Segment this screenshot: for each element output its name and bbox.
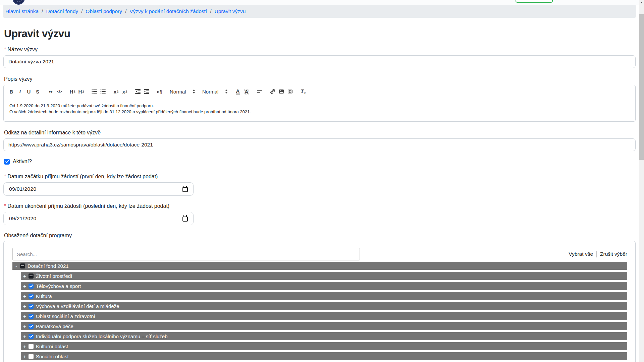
app-logo-icon[interactable] (12, 0, 25, 5)
video-icon[interactable] (286, 87, 294, 96)
field-popis: Popis výzvy BIUS”</>H1H2x2x2▸¶NormalNorm… (3, 76, 636, 122)
tree-checkbox-unchecked[interactable] (29, 354, 34, 359)
tree-item-label: Životní prostředí (36, 273, 72, 279)
rich-text-editor: BIUS”</>H1H2x2x2▸¶NormalNormalAATx Od 1.… (3, 85, 636, 122)
tree-expander[interactable]: + (23, 274, 26, 279)
blockquote-icon[interactable]: ” (46, 87, 55, 96)
datum-zacatku-value: 09/01/2020 (9, 186, 37, 192)
tree-checkbox-checked[interactable] (29, 284, 34, 289)
tree-checkbox-checked[interactable] (29, 334, 34, 339)
toolbar-group: ▸¶ (155, 87, 164, 96)
tree-bulk-actions: Vybrat vše Zrušit výběr (569, 251, 627, 257)
link-icon[interactable] (268, 87, 277, 96)
calendar-icon[interactable] (182, 217, 188, 222)
breadcrumb-separator: / (125, 8, 126, 14)
header-2-icon[interactable]: H2 (77, 87, 86, 96)
code-icon[interactable]: </> (55, 87, 64, 96)
odkaz-input[interactable] (3, 138, 636, 151)
tree-widget-header: Vybrat vše Zrušit výběr (12, 248, 627, 260)
bold-icon[interactable]: B (7, 87, 16, 96)
tree-expander[interactable]: + (23, 324, 26, 329)
tree-expander[interactable]: + (23, 314, 26, 319)
navbar-action-button[interactable] (516, 0, 553, 3)
tree-row[interactable]: +Památková péče (21, 322, 627, 330)
page-scrollbar[interactable]: ▲ (639, 0, 644, 362)
toolbar-group (90, 87, 107, 96)
outdent-icon[interactable] (133, 87, 142, 96)
tree-expander[interactable]: + (23, 354, 26, 359)
underline-icon[interactable]: U (24, 87, 33, 96)
nazev-input[interactable] (3, 55, 636, 68)
editor-content[interactable]: Od 1.9.2020 do 21.9.2020 můžete podávat … (4, 98, 635, 121)
tree-item-label: Kulturní oblast (36, 344, 68, 349)
select-all-link[interactable]: Vybrat vše (569, 251, 593, 257)
tree-row[interactable]: +Kulturní oblast (21, 342, 627, 350)
toolbar-group: AA (233, 87, 251, 96)
tree-row[interactable]: +Výchova a vzdělávání dětí a mládeže (21, 302, 627, 310)
background-color-icon[interactable]: A (242, 87, 251, 96)
tree-row[interactable]: +Sociální oblast (21, 352, 627, 360)
tree-checkbox-checked[interactable] (29, 304, 34, 309)
tree-row[interactable]: +Kultura (21, 292, 627, 300)
breadcrumb-link[interactable]: Výzvy k podání dotačních žádostí (129, 8, 207, 14)
nazev-label: *Název výzvy (3, 47, 636, 53)
tree-row[interactable]: +Tělovýchova a sport (21, 282, 627, 290)
superscript-icon[interactable]: x2 (120, 87, 129, 96)
odkaz-label: Odkaz na detailní informace k této výzvě (3, 130, 636, 136)
toolbar-group: ”</> (46, 87, 64, 96)
align-icon[interactable] (255, 87, 264, 96)
header-1-icon[interactable]: H1 (68, 87, 77, 96)
tree-row[interactable]: +Životní prostředí (21, 272, 627, 280)
tree-row[interactable]: +Oblast sociální a zdravotní (21, 312, 627, 320)
tree-row[interactable]: -Dotační fond 2021 (12, 262, 627, 270)
tree-checkbox-indeterminate[interactable] (29, 274, 34, 279)
text-color-icon[interactable]: A (233, 87, 242, 96)
bulk-actions-divider (596, 251, 597, 257)
tree-checkbox-unchecked[interactable] (29, 344, 34, 349)
header-select[interactable]: Normal (201, 89, 229, 95)
datum-ukonceni-input[interactable]: 09/21/2020 (3, 212, 194, 225)
toolbar-group (268, 87, 294, 96)
subscript-icon[interactable]: x2 (112, 87, 120, 96)
tree-expander[interactable]: + (23, 294, 26, 299)
tree-checkbox-indeterminate[interactable] (20, 263, 25, 268)
scrollbar-thumb[interactable] (639, 14, 644, 160)
bullet-list-icon[interactable] (99, 87, 107, 96)
tree-expander[interactable]: + (23, 304, 26, 309)
breadcrumb-link[interactable]: Hlavní stránka (5, 8, 39, 14)
breadcrumb: Hlavní stránka/Dotační fondy/Oblasti pod… (3, 5, 636, 18)
required-asterisk: * (4, 47, 6, 52)
ordered-list-icon[interactable] (90, 87, 99, 96)
toolbar-group: Normal (168, 89, 197, 95)
field-odkaz: Odkaz na detailní informace k této výzvě (3, 130, 636, 151)
tree-checkbox-checked[interactable] (29, 324, 34, 329)
tree-expander[interactable]: - (15, 263, 18, 268)
tree-expander[interactable]: + (23, 284, 26, 289)
strike-icon[interactable]: S (33, 87, 42, 96)
tree-expander[interactable]: + (23, 334, 26, 339)
size-select[interactable]: Normal (168, 89, 197, 95)
aktivni-checkbox[interactable] (4, 159, 10, 165)
breadcrumb-link[interactable]: Oblasti podpory (86, 8, 122, 14)
calendar-icon[interactable] (182, 187, 188, 192)
clean-format-icon[interactable]: Tx (299, 87, 308, 96)
scroll-up-arrow-icon[interactable]: ▲ (639, 0, 644, 5)
tree-checkbox-checked[interactable] (29, 314, 34, 319)
tree-expander[interactable]: + (23, 344, 26, 349)
datum-zacatku-input[interactable]: 09/01/2020 (3, 182, 194, 196)
breadcrumb-link[interactable]: Dotační fondy (46, 8, 78, 14)
tree-item-label: Dotační fond 2021 (28, 263, 69, 269)
breadcrumb-link[interactable]: Upravit výzvu (214, 8, 246, 14)
tree-checkbox-checked[interactable] (29, 294, 34, 299)
clear-selection-link[interactable]: Zrušit výběr (600, 251, 627, 257)
toolbar-group (255, 87, 264, 96)
indent-icon[interactable] (142, 87, 151, 96)
toolbar-group: BIUS (7, 87, 42, 96)
tree-item-label: Sociální oblast (36, 354, 69, 359)
aktivni-label: Aktivní? (13, 159, 32, 165)
direction-icon[interactable]: ▸¶ (155, 87, 164, 96)
tree-row[interactable]: +Individuální podpora služeb lokálního v… (21, 332, 627, 340)
image-icon[interactable] (277, 87, 286, 96)
tree-search-input[interactable] (12, 248, 360, 260)
italic-icon[interactable]: I (16, 87, 24, 96)
